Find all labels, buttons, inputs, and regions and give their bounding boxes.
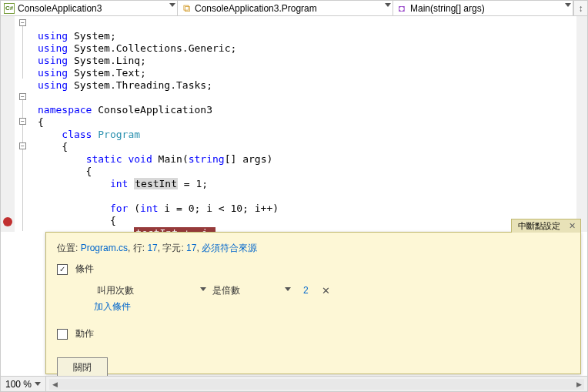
loc-char-label: 字元: — [162, 243, 186, 253]
condition-row: ✓ 條件 — [57, 263, 570, 276]
zoom-dropdown[interactable]: 100 % — [1, 377, 46, 391]
chevron-down-icon — [285, 287, 291, 291]
class-dropdown[interactable]: ⧉ ConsoleApplication3.Program — [178, 1, 393, 15]
kw-using: using — [38, 55, 68, 66]
loc-match-link[interactable]: 必須符合來源 — [202, 243, 257, 253]
class-name: Program — [98, 129, 140, 140]
code-text: System.Collections.Generic; — [68, 42, 236, 54]
var-ref: testInt — [134, 178, 178, 189]
ns-name: ConsoleApplication3 — [98, 104, 212, 116]
project-name: ConsoleApplication3 — [18, 3, 102, 14]
kw-class: class — [62, 129, 92, 140]
code-text: = 1; — [178, 178, 208, 189]
fold-toggle[interactable]: − — [19, 118, 26, 125]
csharp-icon: C# — [4, 3, 15, 14]
chevron-down-icon — [385, 3, 391, 7]
condition-op-select[interactable]: 是倍數 — [209, 283, 294, 299]
loc-label: 位置: — [57, 243, 81, 253]
code-text: i = 0; i < 10; i++) — [159, 203, 279, 214]
breakpoint-settings-panel: 中斷點設定 ✕ 位置: Program.cs, 行: 17, 字元: 17, 必… — [45, 232, 581, 374]
kw-int: int — [140, 203, 158, 214]
kw-string: string — [189, 153, 225, 165]
action-label: 動作 — [75, 327, 94, 340]
scroll-left-icon[interactable]: ◀ — [49, 379, 60, 390]
breakpoint-gutter[interactable] — [1, 16, 15, 232]
kw-using: using — [38, 67, 68, 79]
kw-static: static — [86, 153, 122, 165]
context-navbar: C# ConsoleApplication3 ⧉ ConsoleApplicat… — [1, 1, 587, 16]
code-editor[interactable]: − − − − using System; using System.Colle… — [1, 16, 587, 232]
breakpoint-dot-icon[interactable] — [3, 217, 12, 226]
zoom-value: 100 % — [5, 379, 32, 390]
bottom-bar: 100 % ◀ ▶ — [1, 376, 587, 391]
loc-line-label: 行: — [133, 243, 148, 253]
chevron-down-icon — [169, 3, 175, 7]
condition-label: 條件 — [75, 263, 94, 276]
code-text: System.Text; — [68, 67, 146, 79]
class-name: ConsoleApplication3.Program — [195, 3, 317, 14]
fold-toggle[interactable]: − — [19, 93, 26, 100]
method-args: [] args — [225, 153, 267, 165]
expand-button[interactable]: ↕ — [573, 1, 587, 15]
kw-namespace: namespace — [38, 104, 92, 116]
kw-for: for — [110, 203, 128, 214]
kw-int: int — [110, 178, 128, 189]
panel-title: 中斷點設定 — [518, 220, 560, 232]
code-text: System.Linq; — [68, 55, 146, 66]
method-name: Main — [159, 153, 182, 165]
code-text: System; — [68, 30, 116, 42]
chevron-down-icon — [35, 382, 41, 386]
horizontal-scrollbar[interactable]: ◀ ▶ — [49, 379, 584, 390]
add-condition-link[interactable]: 加入條件 — [94, 300, 570, 313]
scroll-right-icon[interactable]: ▶ — [573, 379, 584, 390]
location-line: 位置: Program.cs, 行: 17, 字元: 17, 必須符合來源 — [57, 242, 570, 255]
kw-void: void — [128, 153, 152, 165]
condition-type-value: 叫用次數 — [97, 285, 134, 296]
condition-type-select[interactable]: 叫用次數 — [94, 283, 209, 299]
fold-gutter[interactable]: − − − − — [15, 16, 32, 232]
chevron-down-icon — [565, 3, 571, 7]
class-icon: ⧉ — [181, 3, 192, 14]
loc-file-link[interactable]: Program.cs — [81, 243, 128, 253]
kw-using: using — [38, 42, 68, 54]
action-checkbox[interactable] — [57, 329, 68, 340]
remove-condition-icon[interactable]: ✕ — [322, 285, 330, 297]
kw-using: using — [38, 30, 68, 42]
project-dropdown[interactable]: C# ConsoleApplication3 — [1, 1, 178, 15]
condition-value-input[interactable]: 2 — [300, 283, 317, 297]
fold-line — [22, 26, 23, 79]
kw-using: using — [38, 79, 68, 91]
code-text: System.Threading.Tasks; — [68, 79, 212, 91]
fold-toggle[interactable]: − — [19, 19, 26, 26]
fold-toggle[interactable]: − — [19, 142, 26, 149]
condition-config-row: 叫用次數 是倍數 2 ✕ — [94, 282, 570, 299]
method-name: Main(string[] args) — [410, 3, 485, 14]
loc-char-link[interactable]: 17 — [186, 243, 196, 253]
code-content[interactable]: using System; using System.Collections.G… — [32, 16, 587, 232]
close-icon[interactable]: ✕ — [566, 221, 577, 232]
action-row: 動作 — [57, 327, 570, 340]
close-button[interactable]: 關閉 — [57, 357, 108, 378]
vertical-scrollbar[interactable] — [576, 16, 587, 232]
code-text: ( — [128, 203, 140, 214]
loc-line-link[interactable]: 17 — [147, 243, 157, 253]
chevron-down-icon — [200, 287, 206, 291]
condition-checkbox[interactable]: ✓ — [57, 264, 68, 275]
method-dropdown[interactable]: ◘ Main(string[] args) — [393, 1, 573, 15]
method-icon: ◘ — [396, 3, 407, 14]
condition-op-value: 是倍數 — [212, 285, 240, 296]
panel-titlebar: 中斷點設定 ✕ — [511, 219, 581, 233]
